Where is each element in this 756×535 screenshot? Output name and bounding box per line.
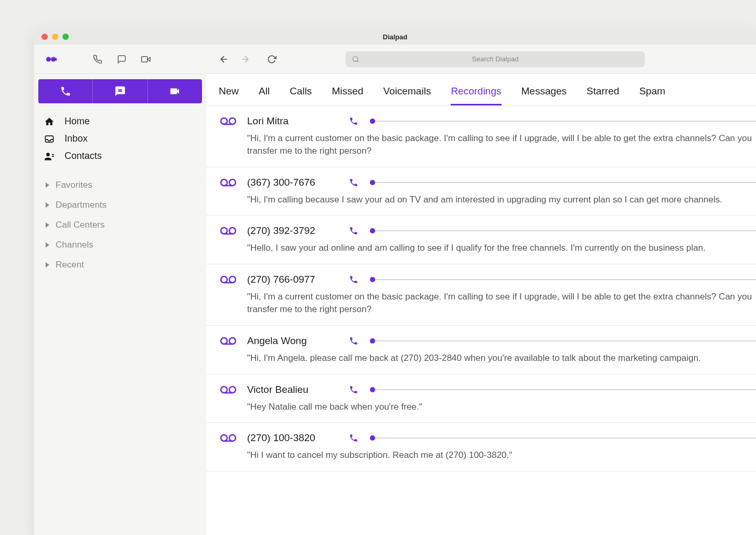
chat-icon[interactable] (116, 54, 127, 65)
svg-marker-3 (147, 57, 150, 61)
call-back-button[interactable] (349, 385, 358, 394)
close-window-button[interactable] (41, 34, 48, 40)
sidebar-action-row (38, 79, 202, 103)
video-icon[interactable] (140, 54, 152, 65)
phone-icon[interactable] (92, 54, 103, 65)
playback-dot[interactable] (370, 435, 375, 441)
svg-point-26 (229, 338, 236, 344)
sidebar-section-departments[interactable]: Departments (34, 195, 206, 215)
playback-track (375, 340, 756, 341)
playback-dot[interactable] (370, 228, 375, 233)
tab-spam[interactable]: Spam (639, 85, 665, 105)
refresh-button[interactable] (267, 55, 276, 64)
tab-starred[interactable]: Starred (587, 85, 619, 105)
tab-messages[interactable]: Messages (521, 85, 567, 105)
svg-point-28 (221, 387, 227, 393)
call-back-button[interactable] (349, 116, 358, 126)
chevron-right-icon (46, 242, 49, 248)
call-back-button[interactable] (349, 433, 358, 443)
recording-transcript: "Hi, I'm a current customer on the basic… (247, 291, 756, 316)
recording-item[interactable]: (270) 392-3792"Hello, I saw your ad onli… (206, 216, 756, 264)
forward-button (240, 54, 250, 65)
playback-slider[interactable] (370, 277, 756, 282)
traffic-lights (41, 34, 69, 40)
recording-transcript: "Hi, I'm Angela. please call me back at … (247, 352, 756, 365)
sidebar-nav: Home Inbox Contacts (34, 111, 206, 171)
voicemail-icon (220, 335, 237, 365)
svg-rect-2 (55, 58, 57, 61)
sidebar-section-call-centers[interactable]: Call Centers (34, 215, 206, 235)
svg-point-19 (221, 228, 227, 234)
sidebar-section-channels[interactable]: Channels (34, 235, 206, 255)
svg-point-32 (229, 435, 236, 441)
recording-header: (270) 392-3792 (247, 225, 756, 237)
call-back-button[interactable] (349, 178, 358, 187)
new-message-button[interactable] (93, 79, 147, 103)
playback-dot[interactable] (370, 119, 375, 124)
recording-body: Angela Wong"Hi, I'm Angela. please call … (247, 335, 756, 365)
toolbar-left (34, 54, 206, 65)
search-input[interactable]: Search Dialpad (346, 51, 645, 67)
sidebar-sections: Favorites Departments Call Centers Chann… (34, 171, 206, 279)
sidebar-section-recent[interactable]: Recent (34, 255, 206, 275)
back-button[interactable] (219, 54, 229, 65)
sidebar-item-label: Inbox (65, 133, 88, 144)
recording-item[interactable]: (270) 766-0977"Hi, I'm a current custome… (206, 264, 756, 326)
svg-point-1 (51, 57, 56, 61)
recording-caller: (270) 100-3820 (247, 432, 342, 444)
navigation-arrows (219, 54, 276, 65)
voicemail-icon (220, 432, 237, 462)
playback-dot[interactable] (370, 180, 375, 185)
svg-point-25 (221, 338, 227, 344)
search-placeholder: Search Dialpad (472, 55, 519, 63)
playback-slider[interactable] (370, 119, 756, 124)
playback-slider[interactable] (370, 338, 756, 344)
chevron-right-icon (46, 183, 49, 188)
sidebar-section-favorites[interactable]: Favorites (34, 175, 206, 195)
playback-slider[interactable] (370, 435, 756, 441)
new-video-button[interactable] (148, 79, 202, 103)
recording-item[interactable]: Angela Wong"Hi, I'm Angela. please call … (206, 326, 756, 374)
new-call-button[interactable] (38, 79, 93, 103)
tab-new[interactable]: New (219, 85, 239, 105)
recording-item[interactable]: (367) 300-7676"Hi, I'm calling because I… (206, 167, 756, 216)
playback-track (375, 389, 756, 390)
recording-body: (367) 300-7676"Hi, I'm calling because I… (247, 177, 756, 206)
sidebar-item-inbox[interactable]: Inbox (34, 130, 206, 147)
tab-calls[interactable]: Calls (290, 85, 312, 105)
sidebar-section-label: Recent (56, 260, 84, 270)
playback-track (375, 121, 756, 122)
sidebar-item-home[interactable]: Home (34, 113, 206, 130)
tab-voicemails[interactable]: Voicemails (384, 85, 431, 105)
sidebar-item-contacts[interactable]: Contacts (34, 147, 206, 165)
playback-slider[interactable] (370, 387, 756, 392)
tab-recordings[interactable]: Recordings (451, 85, 501, 105)
recording-item[interactable]: Lori Mitra"Hi, I'm a current customer on… (206, 106, 756, 167)
tab-all[interactable]: All (259, 85, 270, 105)
svg-point-0 (46, 57, 51, 61)
playback-slider[interactable] (370, 228, 756, 233)
voicemail-icon (220, 384, 237, 413)
tab-missed[interactable]: Missed (332, 85, 363, 105)
playback-slider[interactable] (370, 180, 756, 185)
main-content: New All Calls Missed Voicemails Recordin… (206, 74, 756, 535)
minimize-window-button[interactable] (52, 34, 58, 40)
voicemail-icon (220, 177, 237, 206)
playback-dot[interactable] (370, 338, 375, 344)
chevron-right-icon (46, 262, 49, 268)
svg-point-22 (221, 276, 227, 283)
sidebar-item-label: Contacts (65, 151, 102, 162)
playback-dot[interactable] (370, 387, 375, 392)
tabs: New All Calls Missed Voicemails Recordin… (206, 74, 756, 106)
playback-dot[interactable] (370, 277, 375, 282)
recording-item[interactable]: Victor Bealieu"Hey Natalie call me back … (206, 374, 756, 423)
recording-caller: (270) 766-0977 (247, 274, 342, 285)
call-back-button[interactable] (349, 275, 358, 284)
svg-point-31 (221, 435, 227, 441)
recording-item[interactable]: (270) 100-3820"Hi I want to cancel my su… (206, 423, 756, 472)
playback-track (375, 279, 756, 280)
call-back-button[interactable] (349, 226, 358, 236)
recording-caller: (270) 392-3792 (247, 225, 342, 237)
call-back-button[interactable] (349, 336, 358, 346)
maximize-window-button[interactable] (62, 34, 69, 40)
